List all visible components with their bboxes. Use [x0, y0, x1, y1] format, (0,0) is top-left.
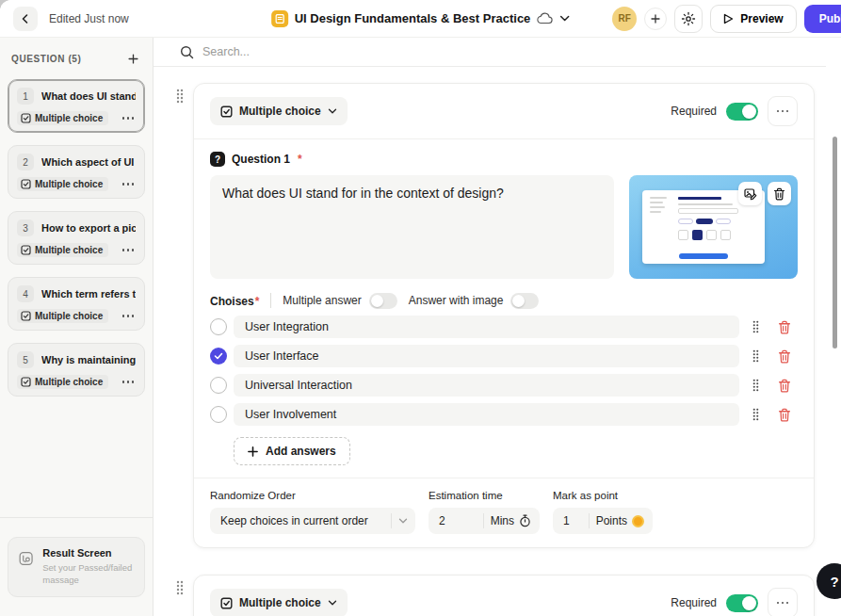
choice-radio[interactable] — [210, 377, 227, 394]
quiz-builder-app: Edited Just now UI Design Fundamentals &… — [0, 0, 841, 616]
card-drag-handle[interactable] — [173, 87, 186, 105]
choice-row-3: Universal Interaction — [210, 374, 798, 397]
question-title: What does UI stand fo... — [41, 90, 136, 102]
question-label-row: ? Question 1* — [210, 152, 798, 167]
delete-choice-button[interactable] — [771, 320, 798, 334]
question-menu-button[interactable] — [121, 180, 137, 188]
randomize-order-value: Keep choices in current order — [220, 514, 391, 527]
question-menu-button[interactable] — [121, 114, 137, 122]
question-card-2-wrap: Multiple choice Required ? Question 2* — [193, 575, 815, 616]
required-label: Required — [671, 105, 717, 118]
choice-drag-handle[interactable] — [739, 408, 771, 421]
randomize-order-select[interactable]: Keep choices in current order — [210, 508, 415, 534]
multiple-answer-toggle[interactable] — [369, 293, 397, 309]
user-avatar[interactable]: RF — [612, 7, 637, 31]
plus-icon — [128, 54, 138, 64]
question-sidebar: QUESTION (5) 1What does UI stand fo... M… — [0, 38, 154, 616]
sidebar-item-question-4[interactable]: 4Which term refers to t... Multiple choi… — [8, 277, 145, 331]
question-menu-button[interactable] — [121, 246, 137, 254]
estimation-time-field: 2 Mins — [429, 508, 540, 534]
choice-text-input[interactable]: User Involvement — [234, 403, 739, 426]
card-more-button[interactable] — [768, 96, 798, 126]
search-bar — [154, 38, 826, 67]
choice-text-input[interactable]: Universal Interaction — [234, 374, 739, 397]
question-text-input[interactable]: What does UI stand for in the context of… — [210, 175, 614, 279]
question-number: 1 — [17, 88, 34, 105]
question-type-dropdown[interactable]: Multiple choice — [210, 97, 348, 125]
card-header: Multiple choice Required — [210, 588, 798, 616]
result-screen-item[interactable]: Result Screen Set your Passed/failed mas… — [8, 537, 145, 597]
delete-choice-button[interactable] — [771, 349, 798, 364]
drag-dots-icon — [752, 408, 760, 421]
question-title: Which term refers to t... — [41, 288, 136, 300]
preview-button[interactable]: Preview — [710, 5, 796, 33]
settings-button[interactable] — [674, 5, 703, 33]
divider — [483, 513, 484, 528]
title-chevron-down-icon[interactable] — [559, 15, 570, 23]
check-icon — [214, 352, 223, 360]
trash-icon — [778, 349, 791, 364]
delete-choice-button[interactable] — [771, 408, 798, 422]
choices-header-row: Choises* Multiple answer Answer with ima… — [210, 292, 798, 309]
card-more-button[interactable] — [768, 588, 798, 616]
choice-radio-selected[interactable] — [210, 348, 227, 365]
scrollbar-thumb[interactable] — [833, 137, 837, 349]
sidebar-header: QUESTION (5) — [0, 38, 153, 67]
points-input[interactable]: 1 — [553, 514, 589, 527]
add-answers-label: Add answers — [266, 445, 336, 458]
sidebar-item-question-1[interactable]: 1What does UI stand fo... Multiple choic… — [8, 79, 145, 133]
delete-image-button[interactable] — [768, 182, 791, 205]
choice-drag-handle[interactable] — [739, 320, 771, 333]
main-content: Multiple choice Required ? Question 1* — [154, 38, 841, 616]
question-type-pill: Multiple choice — [17, 177, 108, 191]
play-icon — [723, 13, 734, 24]
choice-drag-handle[interactable] — [739, 379, 771, 392]
answer-with-image-toggle[interactable] — [510, 293, 539, 309]
question-number: 5 — [17, 351, 34, 368]
question-menu-button[interactable] — [121, 378, 137, 386]
delete-choice-button[interactable] — [771, 379, 798, 393]
estimation-time-input[interactable]: 2 — [429, 514, 483, 527]
required-toggle[interactable] — [726, 594, 758, 612]
sidebar-item-question-5[interactable]: 5Why is maintaining co... Multiple choic… — [8, 343, 145, 397]
question-type-label: Multiple choice — [35, 311, 103, 321]
drag-dots-icon — [752, 320, 760, 333]
change-image-button[interactable] — [738, 182, 762, 205]
answer-with-image-label: Answer with image — [409, 294, 504, 307]
ellipsis-icon — [777, 602, 789, 605]
choice-text-input[interactable]: User Integration — [234, 316, 739, 338]
publish-button[interactable]: Publish — [804, 5, 841, 33]
card-divider — [194, 138, 814, 139]
question-menu-button[interactable] — [121, 312, 137, 320]
question-number: 3 — [17, 219, 34, 236]
question-card-1-wrap: Multiple choice Required ? Question 1* — [193, 83, 815, 548]
question-type-dropdown[interactable]: Multiple choice — [210, 589, 348, 616]
add-collaborator-button[interactable] — [644, 8, 667, 30]
choice-drag-handle[interactable] — [739, 349, 771, 363]
add-answers-button[interactable]: Add answers — [234, 437, 350, 465]
chevron-left-icon — [20, 13, 31, 24]
chevron-down-icon — [328, 600, 337, 607]
question-settings-row: Randomize Order Keep choices in current … — [210, 490, 798, 534]
add-question-button[interactable] — [124, 50, 141, 67]
divider — [270, 293, 271, 308]
search-input[interactable] — [202, 45, 485, 58]
quiz-title-group: UI Design Fundamentals & Best Practice — [271, 0, 571, 37]
choice-radio[interactable] — [210, 318, 227, 335]
multiple-choice-icon — [220, 105, 233, 118]
question-card-2: Multiple choice Required ? Question 2* — [193, 575, 815, 616]
stopwatch-icon — [519, 514, 531, 527]
question-body: What does UI stand for in the context of… — [210, 175, 798, 279]
card-drag-handle[interactable] — [173, 578, 186, 597]
trash-icon — [778, 408, 791, 422]
question-type-value: Multiple choice — [239, 596, 321, 609]
sidebar-item-question-3[interactable]: 3How to export a pictu... Multiple choic… — [8, 211, 145, 265]
sidebar-item-question-2[interactable]: 2Which aspect of UI de... Multiple choic… — [8, 145, 145, 199]
required-toggle[interactable] — [726, 103, 758, 121]
question-list: 1What does UI stand fo... Multiple choic… — [0, 67, 153, 409]
randomize-order-label: Randomize Order — [210, 490, 415, 501]
choice-text-input[interactable]: User Interface — [234, 345, 739, 367]
choice-radio[interactable] — [210, 406, 227, 423]
choices-list: User Integration User Interface — [210, 316, 798, 426]
back-button[interactable] — [13, 7, 38, 31]
